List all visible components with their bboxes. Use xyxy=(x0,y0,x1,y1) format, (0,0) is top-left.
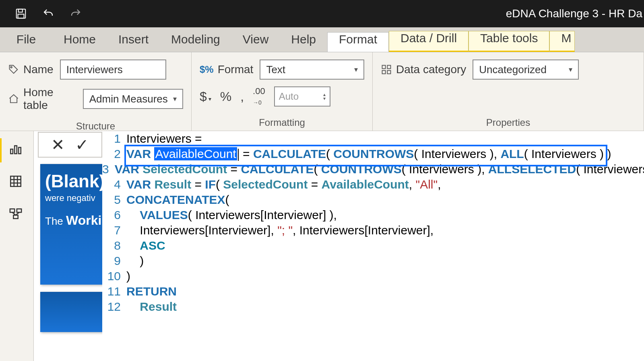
code-content[interactable]: CONCATENATEX( xyxy=(126,192,229,207)
view-rail xyxy=(0,131,34,361)
format-icon: $% xyxy=(200,64,214,75)
line-number: 6 xyxy=(102,207,126,223)
code-content[interactable]: VAR SelectedCount = CALCULATE( COUNTROWS… xyxy=(115,162,644,177)
code-line[interactable]: 4VAR Result = IF( SelectedCount = Availa… xyxy=(102,177,644,192)
report-card[interactable]: (Blank) were negativ The Worki xyxy=(40,164,109,285)
data-view-button[interactable] xyxy=(9,174,25,191)
line-number: 12 xyxy=(102,299,126,314)
ribbon: Name Home table Admin Measures ▾ Structu… xyxy=(0,52,644,131)
hometable-select[interactable]: Admin Measures ▾ xyxy=(83,89,183,109)
svg-rect-18 xyxy=(13,215,18,219)
code-line[interactable]: 11RETURN xyxy=(102,284,644,299)
line-number: 3 xyxy=(102,162,115,177)
hometable-label: Home table xyxy=(8,86,76,112)
line-number: 5 xyxy=(102,192,126,207)
tab-insert[interactable]: Insert xyxy=(107,33,160,52)
tab-format[interactable]: Format xyxy=(327,32,389,52)
code-content[interactable]: RETURN xyxy=(126,284,177,299)
svg-rect-16 xyxy=(10,209,14,213)
svg-rect-4 xyxy=(382,66,386,69)
save-icon[interactable] xyxy=(14,7,27,20)
tab-view[interactable]: View xyxy=(231,33,280,52)
code-content[interactable]: VALUES( Interviewers[Interviewer] ), xyxy=(126,207,337,223)
group-label-properties: Properties xyxy=(381,115,636,128)
card-title: (Blank) xyxy=(45,171,104,191)
comma-button[interactable]: , xyxy=(240,89,244,104)
code-line[interactable]: 1Interviewers = xyxy=(102,131,644,146)
code-line[interactable]: 8 ASC xyxy=(102,238,644,253)
window-title: eDNA Challenge 3 - HR Da xyxy=(506,7,644,20)
code-line[interactable]: 9 ) xyxy=(102,253,644,269)
category-icon xyxy=(381,64,392,75)
svg-point-3 xyxy=(10,66,12,68)
datacategory-select[interactable]: Uncategorized ▾ xyxy=(473,59,579,80)
code-content[interactable]: VAR Result = IF( SelectedCount = Availab… xyxy=(126,177,441,192)
name-label: Name xyxy=(8,63,54,76)
group-label-formatting: Formatting xyxy=(200,115,364,128)
line-number: 4 xyxy=(102,177,126,192)
cancel-formula-button[interactable]: ✕ xyxy=(51,135,65,154)
redo-icon[interactable] xyxy=(69,7,82,20)
ribbon-tabs: File Home Insert Modeling View Help Form… xyxy=(0,27,644,52)
tab-modeling[interactable]: Modeling xyxy=(160,33,231,52)
report-view-button[interactable] xyxy=(9,142,25,158)
code-content[interactable]: ASC xyxy=(126,238,165,253)
tag-icon xyxy=(8,64,19,75)
spinner-arrows-icon: ▴▾ xyxy=(323,92,326,101)
svg-rect-7 xyxy=(387,70,390,74)
model-view-button[interactable] xyxy=(9,207,25,223)
line-number: 7 xyxy=(102,223,126,238)
format-select[interactable]: Text ▾ xyxy=(260,59,364,80)
report-card-2[interactable] xyxy=(40,292,109,332)
tab-home[interactable]: Home xyxy=(52,33,107,52)
tab-file[interactable]: File xyxy=(0,33,52,52)
decimals-icon[interactable]: .00→0 xyxy=(253,86,265,107)
svg-rect-9 xyxy=(14,146,17,154)
commit-formula-button[interactable]: ✓ xyxy=(75,135,89,154)
formula-bar-actions: ✕ ✓ xyxy=(38,132,102,158)
line-number: 10 xyxy=(102,269,126,284)
ribbon-group-formatting: $% Format Text ▾ $ ▾ % , .00→0 Auto ▴▾ F… xyxy=(192,52,373,131)
tab-help[interactable]: Help xyxy=(280,33,327,52)
card-line1: were negativ xyxy=(45,193,104,203)
percent-button[interactable]: % xyxy=(220,89,231,104)
code-line[interactable]: 7 Interviewers[Interviewer], "; ", Inter… xyxy=(102,223,644,238)
svg-rect-11 xyxy=(10,176,21,187)
code-line[interactable]: 5CONCATENATEX( xyxy=(102,192,644,207)
ribbon-group-properties: Data category Uncategorized ▾ Properties xyxy=(373,52,644,131)
name-input[interactable] xyxy=(60,59,166,80)
code-content[interactable]: VAR AvailableCount = CALCULATE( COUNTROW… xyxy=(126,146,611,162)
datacategory-label: Data category xyxy=(381,63,466,76)
line-number: 8 xyxy=(102,238,126,253)
tab-data-drill[interactable]: Data / Drill xyxy=(389,31,469,52)
line-number: 11 xyxy=(102,284,126,299)
title-bar: eDNA Challenge 3 - HR Da xyxy=(0,0,644,27)
canvas: (Blank) were negativ The Worki ✕ ✓ 1Inte… xyxy=(34,131,644,361)
undo-icon[interactable] xyxy=(42,7,55,20)
tab-partial[interactable]: M xyxy=(549,31,575,52)
code-line[interactable]: 6 VALUES( Interviewers[Interviewer] ), xyxy=(102,207,644,223)
ribbon-group-structure: Name Home table Admin Measures ▾ Structu… xyxy=(0,52,192,131)
chevron-down-icon: ▾ xyxy=(173,94,177,103)
decimals-spinner[interactable]: Auto ▴▾ xyxy=(274,86,330,107)
svg-rect-6 xyxy=(382,70,386,74)
svg-rect-8 xyxy=(10,149,13,154)
chevron-down-icon: ▾ xyxy=(569,65,572,74)
code-line[interactable]: 2VAR AvailableCount = CALCULATE( COUNTRO… xyxy=(102,146,644,162)
dax-editor[interactable]: 1Interviewers = 2VAR AvailableCount = CA… xyxy=(102,131,644,361)
svg-rect-2 xyxy=(18,14,24,18)
format-label: $% Format xyxy=(200,63,253,76)
svg-rect-5 xyxy=(387,66,390,69)
code-line[interactable]: 3VAR SelectedCount = CALCULATE( COUNTROW… xyxy=(102,162,644,177)
code-content[interactable]: Interviewers[Interviewer], "; ", Intervi… xyxy=(126,223,433,238)
code-content[interactable]: ) xyxy=(126,253,144,269)
quick-access-toolbar xyxy=(0,7,82,20)
tab-table-tools[interactable]: Table tools xyxy=(469,31,549,52)
code-content[interactable]: ) xyxy=(126,269,130,284)
lower-area: (Blank) were negativ The Worki ✕ ✓ 1Inte… xyxy=(0,131,644,361)
code-line[interactable]: 12 Result xyxy=(102,299,644,314)
currency-button[interactable]: $ ▾ xyxy=(200,89,211,104)
code-content[interactable]: Result xyxy=(126,299,177,314)
code-line[interactable]: 10) xyxy=(102,269,644,284)
code-content[interactable]: Interviewers = xyxy=(126,131,205,146)
